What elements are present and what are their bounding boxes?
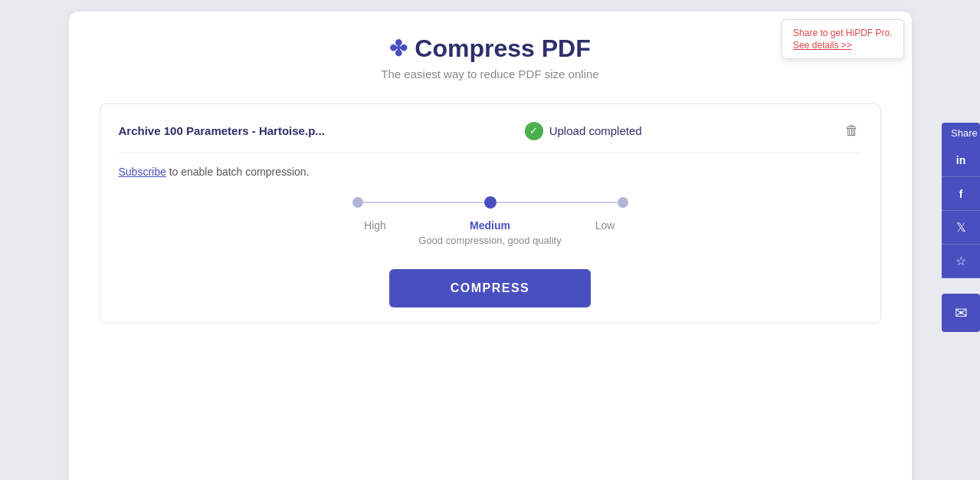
facebook-icon: f xyxy=(959,188,963,200)
label-low: Low xyxy=(582,219,628,232)
option-high[interactable] xyxy=(352,197,363,208)
facebook-share-button[interactable]: f xyxy=(942,177,980,211)
linkedin-icon: in xyxy=(956,154,965,166)
subscribe-link[interactable]: Subscribe xyxy=(119,166,166,178)
option-low[interactable] xyxy=(618,197,628,208)
subscribe-bar: Subscribe to enable batch compression. xyxy=(119,166,862,178)
file-section: Archive 100 Parameters - Hartoise.p... ✓… xyxy=(100,104,881,324)
delete-button[interactable]: 🗑 xyxy=(842,120,862,142)
share-panel: Share in f 𝕏 ☆ ✉ xyxy=(942,123,980,332)
dot-low[interactable] xyxy=(618,197,628,208)
check-icon: ✓ xyxy=(525,122,543,140)
dot-high[interactable] xyxy=(352,197,363,208)
label-medium: Medium xyxy=(467,219,513,232)
compress-button[interactable]: COMPRESS xyxy=(389,269,592,307)
compress-icon: ✤ xyxy=(389,36,407,61)
option-medium[interactable] xyxy=(484,196,497,209)
twitter-icon: 𝕏 xyxy=(956,220,966,235)
bookmark-share-button[interactable]: ☆ xyxy=(942,245,980,278)
mail-icon: ✉ xyxy=(955,304,968,322)
page-title-area: ✤ Compress PDF The easiest way to reduce… xyxy=(100,35,881,81)
track-line-1 xyxy=(363,202,484,203)
upload-status: ✓ Upload completed xyxy=(525,122,642,140)
tooltip-link[interactable]: See details >> xyxy=(793,40,892,51)
share-tooltip: Share to get HiPDF Pro. See details >> xyxy=(782,19,903,59)
share-label: Share xyxy=(942,123,980,143)
page-title: ✤ Compress PDF xyxy=(100,35,881,63)
compression-slider-area: High Medium Low Good compression, good q… xyxy=(119,196,862,246)
label-high: High xyxy=(352,219,398,232)
upload-status-text: Upload completed xyxy=(549,124,642,137)
linkedin-share-button[interactable]: in xyxy=(942,143,980,177)
slider-track xyxy=(352,196,628,209)
compression-description: Good compression, good quality xyxy=(418,235,561,246)
mail-button[interactable]: ✉ xyxy=(942,294,980,332)
subscribe-description: to enable batch compression. xyxy=(166,166,310,178)
page-subtitle: The easiest way to reduce PDF size onlin… xyxy=(100,67,881,81)
star-icon: ☆ xyxy=(955,254,966,268)
slider-labels: High Medium Low xyxy=(352,219,628,232)
file-name: Archive 100 Parameters - Hartoise.p... xyxy=(119,124,325,137)
file-header: Archive 100 Parameters - Hartoise.p... ✓… xyxy=(119,120,862,153)
twitter-share-button[interactable]: 𝕏 xyxy=(942,211,980,245)
dot-medium[interactable] xyxy=(484,196,497,209)
track-line-2 xyxy=(497,202,618,203)
main-card: Share to get HiPDF Pro. See details >> ✤… xyxy=(69,12,912,480)
tooltip-main-text: Share to get HiPDF Pro. xyxy=(793,28,892,38)
